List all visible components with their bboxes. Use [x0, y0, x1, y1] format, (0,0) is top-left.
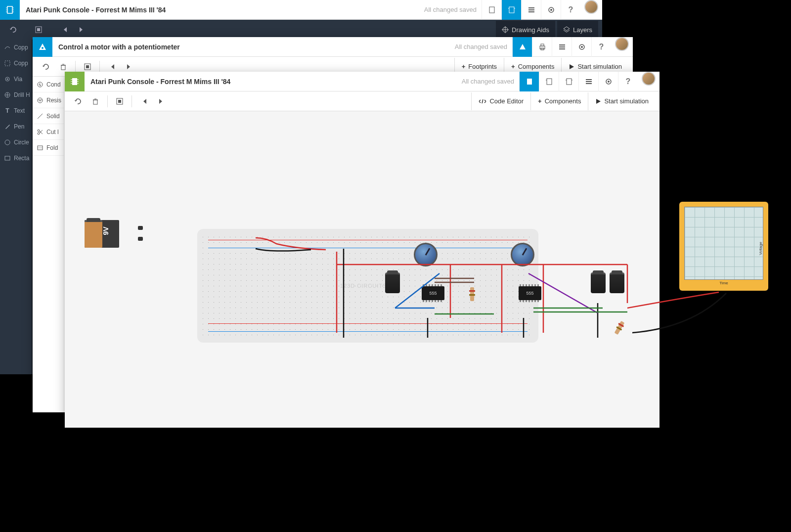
component-oscilloscope[interactable]: Time Voltage [679, 202, 768, 291]
undo-button[interactable] [69, 92, 87, 110]
settings-button[interactable] [571, 37, 591, 57]
help-button[interactable]: ? [591, 37, 611, 57]
component-555-timer-1[interactable]: 555 [422, 286, 444, 300]
undo-button[interactable] [37, 58, 54, 76]
start-simulation-button[interactable]: Start simulation [588, 92, 656, 110]
component-capacitor-2[interactable] [591, 272, 606, 293]
svg-point-15 [550, 9, 552, 11]
delete-button[interactable] [87, 92, 104, 110]
save-status: All changed saved [455, 43, 507, 50]
tool-rectangle[interactable]: Recta [0, 150, 32, 166]
code-editor-button[interactable]: Code Editor [471, 92, 530, 110]
component-capacitor-3[interactable] [610, 272, 624, 293]
tool-conductive[interactable]: Cond [33, 77, 64, 92]
component-potentiometer-2[interactable] [511, 243, 534, 266]
tool-resistive[interactable]: Resis [33, 92, 64, 108]
project-title: Atari Punk Console - Forrest M Mims III … [90, 78, 462, 86]
component-capacitor-1[interactable] [385, 272, 400, 293]
window-breadboard-simulator: Atari Punk Console - Forrest M Mims III … [65, 72, 659, 428]
start-sim-label: Start simulation [604, 97, 649, 105]
svg-rect-17 [37, 28, 40, 31]
help-button[interactable]: ? [618, 72, 638, 91]
print-button[interactable] [532, 37, 552, 57]
svg-point-46 [38, 130, 40, 132]
app-logo-triangle-icon[interactable] [33, 37, 52, 57]
footprints-label: Footprints [468, 63, 497, 70]
tool-copper-fill[interactable]: Copp [0, 55, 32, 71]
svg-rect-27 [5, 156, 10, 160]
app-logo-chip-icon[interactable] [65, 72, 85, 91]
start-sim-label: Start simulation [577, 63, 622, 70]
scope-screen [684, 207, 763, 280]
tool-circle[interactable]: Circle [0, 134, 32, 150]
component-resistor-1[interactable] [470, 287, 474, 301]
user-avatar[interactable] [584, 0, 598, 14]
component-breadboard[interactable]: 123D CIRCUITS.IO 555 555 Time Voltage [197, 229, 538, 343]
component-potentiometer-1[interactable] [414, 243, 438, 266]
svg-rect-61 [567, 79, 571, 85]
tool-fold[interactable]: Fold [33, 140, 64, 156]
user-avatar[interactable] [642, 72, 656, 86]
components-button[interactable]: + Components [530, 92, 588, 110]
tool-via[interactable]: Via [0, 71, 32, 87]
tool-copper-trace[interactable]: Copp [0, 40, 32, 55]
header-bar: Atari Punk Console - Forrest M Mims III … [0, 0, 602, 20]
view-pcb-button[interactable] [559, 72, 578, 91]
save-status: All changed saved [462, 78, 514, 85]
svg-point-22 [7, 79, 8, 80]
component-555-timer-2[interactable]: 555 [519, 286, 541, 300]
fit-view-button[interactable] [111, 92, 129, 110]
view-schematic-button[interactable] [482, 0, 501, 20]
svg-point-42 [38, 82, 43, 87]
app-logo-pcb-icon[interactable] [0, 0, 20, 20]
user-avatar[interactable] [615, 37, 629, 51]
layers-button[interactable]: Layers [557, 21, 598, 39]
tool-text[interactable]: TText [0, 103, 32, 119]
svg-line-44 [38, 114, 43, 119]
component-resistor-2[interactable] [615, 321, 625, 335]
plus-icon: + [538, 97, 542, 105]
header-bar: Control a motor with a potentiometer All… [33, 37, 633, 57]
tool-cut-line[interactable]: Cut l [33, 124, 64, 140]
svg-rect-69 [93, 100, 97, 104]
drawing-aids-label: Drawing Aids [512, 26, 549, 34]
undo-button[interactable] [4, 21, 22, 39]
breadboard-canvas[interactable]: 9V 123D CIRCUITS.IO 555 555 [65, 111, 659, 428]
view-pcb-button[interactable] [501, 0, 521, 20]
drawing-aids-button[interactable]: Drawing Aids [496, 21, 555, 39]
toolbar: Code Editor + Components Start simulatio… [65, 91, 659, 111]
svg-rect-41 [86, 65, 89, 68]
plus-icon: + [511, 63, 515, 70]
settings-button[interactable] [598, 72, 618, 91]
view-list-button[interactable] [521, 0, 541, 20]
prev-button[interactable] [135, 92, 153, 110]
plus-icon: + [462, 63, 466, 70]
layers-icon [563, 26, 570, 33]
scope-x-axis-label: Time [684, 281, 763, 285]
component-battery-9v[interactable]: 9V [85, 220, 137, 248]
next-button[interactable] [73, 21, 91, 39]
tool-solid[interactable]: Solid [33, 108, 64, 124]
target-icon [502, 26, 509, 33]
svg-point-36 [581, 46, 583, 48]
tool-pen[interactable]: Pen [0, 119, 32, 134]
settings-button[interactable] [541, 0, 561, 20]
next-button[interactable] [153, 92, 171, 110]
view-schematic-button[interactable] [512, 37, 532, 57]
view-list-button[interactable] [578, 72, 598, 91]
view-breadboard-button[interactable] [519, 72, 539, 91]
prev-button[interactable] [55, 21, 73, 39]
svg-rect-7 [489, 7, 494, 13]
header-bar: Atari Punk Console - Forrest M Mims III … [65, 72, 659, 91]
view-list-button[interactable] [552, 37, 571, 57]
svg-rect-30 [541, 44, 544, 46]
svg-rect-0 [7, 6, 12, 13]
help-button[interactable]: ? [561, 0, 580, 20]
components-label: Components [518, 63, 555, 70]
tool-drill-hole[interactable]: Drill H [0, 87, 32, 103]
svg-rect-51 [72, 78, 77, 85]
fit-view-button[interactable] [30, 21, 47, 39]
view-schematic-button[interactable] [539, 72, 559, 91]
svg-rect-59 [547, 79, 552, 85]
svg-point-28 [42, 47, 44, 49]
